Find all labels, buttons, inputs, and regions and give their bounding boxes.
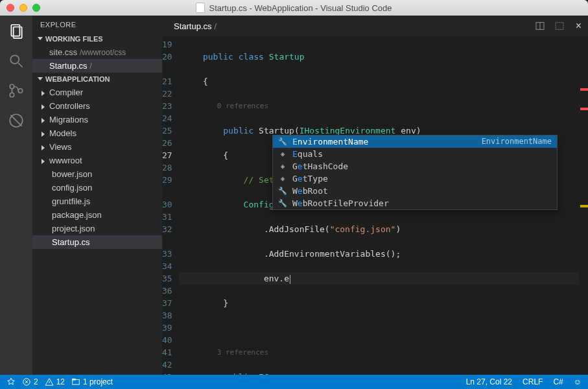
file-item[interactable]: project.json [32, 222, 162, 235]
status-errors[interactable]: 2 [22, 377, 38, 386]
source-control-icon[interactable] [7, 82, 25, 100]
method-icon: ◈ [278, 148, 287, 160]
intellisense-label: Equals [292, 148, 323, 160]
file-tree: Compiler Controllers Migrations Models V… [32, 86, 162, 249]
activity-bar [0, 16, 32, 375]
intellisense-label: WebRoot [292, 185, 328, 197]
folder-item[interactable]: wwwroot [32, 154, 162, 167]
svg-point-5 [10, 93, 14, 97]
intellisense-label: WebRootFileProvider [292, 197, 389, 209]
close-tab-icon[interactable]: × [573, 20, 584, 32]
debug-icon[interactable] [7, 112, 25, 130]
intellisense-label: EnvironmentName [292, 136, 368, 148]
section-working-files[interactable]: WORKING FILES [32, 32, 162, 45]
tab-bar: Startup.cs / × [162, 16, 588, 36]
working-file-item[interactable]: site.css /wwwroot/css [32, 45, 162, 59]
window-title: Startup.cs - WebApplication - Visual Stu… [0, 3, 588, 13]
intellisense-item[interactable]: 🔧 EnvironmentName EnvironmentName [273, 136, 557, 148]
status-smiley-icon[interactable]: ☺ [574, 377, 582, 386]
more-actions-icon[interactable] [554, 20, 565, 32]
wrench-icon: 🔧 [278, 185, 287, 197]
intellisense-item[interactable]: 🔧 WebRootFileProvider [273, 197, 557, 209]
intellisense-popup[interactable]: 🔧 EnvironmentName EnvironmentName ◈ Equa… [272, 135, 558, 210]
tab-path: / [215, 21, 217, 31]
status-bar: 2 12 1 project Ln 27, Col 22 CRLF C# ☺ [0, 375, 588, 389]
intellisense-item[interactable]: ◈ Equals [273, 148, 557, 160]
error-count: 2 [34, 377, 38, 386]
svg-rect-11 [556, 23, 563, 30]
method-icon: ◈ [278, 160, 287, 172]
intellisense-label: GetHashCode [292, 160, 348, 172]
intellisense-item[interactable]: 🔧 WebRoot [273, 185, 557, 197]
folder-item[interactable]: Views [32, 140, 162, 154]
status-project[interactable]: 1 project [71, 377, 113, 386]
file-item[interactable]: package.json [32, 208, 162, 222]
file-item[interactable]: bower.json [32, 167, 162, 181]
project-label: 1 project [83, 377, 113, 386]
section-project[interactable]: WEBAPPLICATION [32, 73, 162, 86]
working-file-path: /wwwroot/css [80, 48, 126, 57]
split-editor-icon[interactable] [534, 20, 546, 32]
status-feedback-icon[interactable] [6, 377, 16, 386]
folder-item[interactable]: Controllers [32, 99, 162, 113]
working-file-name: site.css [49, 47, 77, 57]
sidebar: EXPLORE WORKING FILES site.css /wwwroot/… [32, 16, 162, 375]
svg-line-8 [10, 115, 21, 126]
wrench-icon: 🔧 [278, 136, 287, 148]
file-item[interactable]: Startup.cs [32, 235, 162, 249]
line-gutter: 1920 212223 242526 272829 303132 333435 … [162, 36, 179, 375]
status-eol[interactable]: CRLF [523, 377, 543, 386]
svg-point-6 [18, 89, 23, 93]
intellisense-hint: EnvironmentName [482, 136, 552, 148]
svg-line-3 [18, 63, 23, 67]
search-icon[interactable] [7, 52, 25, 70]
file-icon [196, 3, 205, 13]
editor-pane: Startup.cs / × 1920 212223 242526 272829… [162, 16, 588, 375]
working-file-path: / [89, 62, 91, 71]
working-file-name: Startup.cs [49, 61, 88, 71]
folder-item[interactable]: Compiler [32, 86, 162, 99]
file-item[interactable]: config.json [32, 181, 162, 194]
window-titlebar: Startup.cs - WebApplication - Visual Stu… [0, 0, 588, 16]
working-file-item[interactable]: Startup.cs / [32, 59, 162, 73]
code-editor[interactable]: 1920 212223 242526 272829 303132 333435 … [162, 36, 588, 375]
warning-count: 12 [56, 377, 65, 386]
intellisense-label: GetType [292, 172, 328, 185]
svg-rect-16 [73, 380, 80, 385]
intellisense-item[interactable]: ◈ GetType [273, 172, 557, 185]
tab-name: Startup.cs [174, 21, 212, 31]
sidebar-header: EXPLORE [32, 16, 162, 32]
tab-actions: × [534, 20, 584, 32]
folder-item[interactable]: Models [32, 126, 162, 140]
intellisense-item[interactable]: ◈ GetHashCode [273, 160, 557, 172]
file-item[interactable]: gruntfile.js [32, 194, 162, 208]
tab-startup-cs[interactable]: Startup.cs / [166, 16, 224, 36]
window-title-text: Startup.cs - WebApplication - Visual Stu… [209, 3, 392, 13]
minimap[interactable] [579, 36, 588, 375]
svg-point-4 [10, 84, 14, 89]
status-warnings[interactable]: 12 [45, 377, 65, 386]
explorer-icon[interactable] [7, 22, 25, 40]
status-line-col[interactable]: Ln 27, Col 22 [466, 377, 512, 386]
svg-point-2 [10, 55, 19, 64]
folder-item[interactable]: Migrations [32, 113, 162, 126]
wrench-icon: 🔧 [278, 197, 287, 209]
method-icon: ◈ [278, 172, 287, 185]
status-language[interactable]: C# [553, 377, 563, 386]
